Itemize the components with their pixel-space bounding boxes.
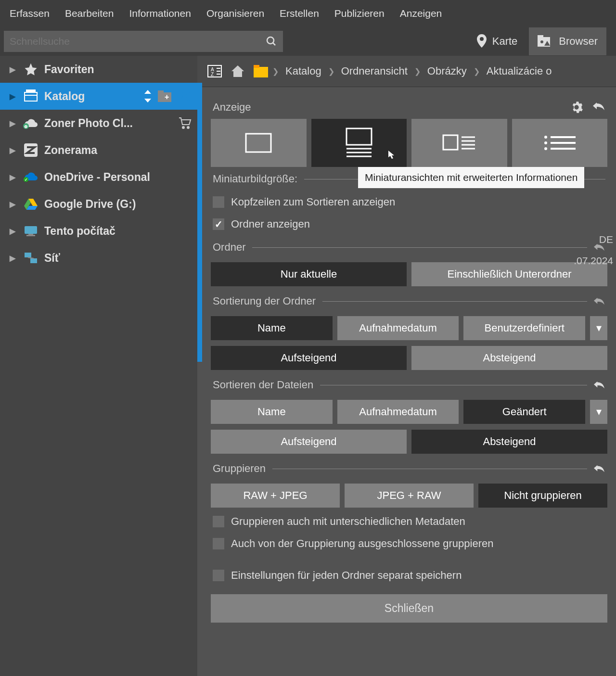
show-folders-row[interactable]: Ordner anzeigen <box>211 213 607 235</box>
svg-rect-22 <box>30 258 37 263</box>
sort-icon[interactable] <box>143 90 152 102</box>
breadcrumb-katalog[interactable]: Katalog <box>279 65 328 77</box>
breadcrumb-aktualizacie[interactable]: Aktualizácie o <box>480 65 559 77</box>
folder-icon[interactable] <box>252 63 270 80</box>
breadcrumb-obrazky[interactable]: Obrázky <box>421 65 474 77</box>
undo-icon[interactable] <box>593 380 605 390</box>
section-sort-dateien: Sortieren der Dateien <box>211 373 607 397</box>
btn-name[interactable]: Name <box>211 400 333 424</box>
view-mode-thumbnails[interactable] <box>211 119 307 167</box>
svg-text:Z: Z <box>211 72 214 77</box>
az-sort-icon[interactable]: AZ <box>206 63 223 80</box>
sidebar-item-label: Favoriten <box>44 63 94 76</box>
expand-icon[interactable]: ▶ <box>10 254 17 263</box>
sidebar-item-gdrive[interactable]: ▶ Google Drive (G:) <box>0 191 197 217</box>
checkbox[interactable] <box>213 570 224 581</box>
btn-raw-jpeg[interactable]: RAW + JPEG <box>211 484 340 508</box>
sidebar-item-zonerama[interactable]: ▶ Zonerama <box>0 137 197 164</box>
breadcrumb-ordneransicht[interactable]: Ordneransicht <box>334 65 414 77</box>
gear-icon[interactable] <box>570 101 583 114</box>
btn-nicht-gruppieren[interactable]: Nicht gruppieren <box>478 484 607 508</box>
svg-rect-33 <box>346 128 372 145</box>
svg-point-44 <box>544 141 547 144</box>
sidebar-item-onedrive[interactable]: ▶ ✓ OneDrive - Personal <box>0 164 197 191</box>
undo-icon[interactable] <box>593 296 605 306</box>
btn-benutzerdefiniert[interactable]: Benutzerdefiniert <box>463 316 585 340</box>
sidebar-item-favoriten[interactable]: ▶ Favoriten <box>0 56 197 83</box>
top-row: Karte Browser <box>0 27 616 56</box>
menu-publizieren[interactable]: Publizieren <box>327 3 392 24</box>
svg-point-42 <box>544 136 547 139</box>
expand-icon[interactable]: ▶ <box>10 92 17 101</box>
view-mode-thumbs-extended[interactable] <box>311 119 407 167</box>
btn-name[interactable]: Name <box>211 316 333 340</box>
expand-icon[interactable]: ▶ <box>10 173 17 182</box>
menu-bearbeiten[interactable]: Bearbeiten <box>57 3 122 24</box>
svg-rect-7 <box>26 89 35 92</box>
btn-jpeg-raw[interactable]: JPEG + RAW <box>345 484 474 508</box>
view-mode-details[interactable] <box>512 119 608 167</box>
svg-rect-45 <box>551 142 576 144</box>
checkbox[interactable] <box>213 218 224 230</box>
expand-icon[interactable]: ▶ <box>10 200 17 209</box>
btn-nur-aktuelle[interactable]: Nur aktuelle <box>211 262 407 286</box>
btn-geaendert[interactable]: Geändert <box>463 400 585 424</box>
cursor-icon <box>388 151 395 159</box>
menu-organisieren[interactable]: Organisieren <box>199 3 272 24</box>
expand-icon[interactable]: ▶ <box>10 146 17 155</box>
checkbox-label: Auch von der Gruppierung ausgeschlossene… <box>231 537 493 550</box>
sidebar-item-network[interactable]: ▶ Síť <box>0 244 197 271</box>
divider <box>322 301 587 302</box>
btn-absteigend[interactable]: Absteigend <box>411 346 607 370</box>
search-icon[interactable] <box>266 36 277 47</box>
gear-icon[interactable] <box>178 89 192 103</box>
btn-aufnahmedatum[interactable]: Aufnahmedatum <box>337 400 459 424</box>
sidebar-item-label: Tento počítač <box>44 225 116 238</box>
browser-button[interactable]: Browser <box>529 27 606 55</box>
expand-icon[interactable]: ▶ <box>10 119 17 128</box>
undo-icon[interactable] <box>593 463 605 474</box>
show-headers-row[interactable]: Kopfzeilen zum Sortieren anzeigen <box>211 191 607 213</box>
cart-icon[interactable] <box>178 117 192 129</box>
search-input[interactable] <box>10 36 277 47</box>
menu-informationen[interactable]: Informationen <box>121 3 198 24</box>
search-box[interactable] <box>4 31 283 52</box>
group-excluded-row[interactable]: Auch von der Gruppierung ausgeschlossene… <box>211 533 607 555</box>
karte-button[interactable]: Karte <box>476 34 518 49</box>
sidebar-item-label: OneDrive - Personal <box>44 171 150 184</box>
home-icon[interactable] <box>229 63 246 80</box>
checkbox[interactable] <box>213 538 224 549</box>
btn-aufsteigend[interactable]: Aufsteigend <box>211 346 407 370</box>
svg-text:+: + <box>165 93 169 101</box>
catalog-icon <box>23 89 38 104</box>
btn-aufnahmedatum[interactable]: Aufnahmedatum <box>337 316 459 340</box>
menu-erfassen[interactable]: Erfassen <box>2 3 57 24</box>
btn-more-dropdown[interactable]: ▾ <box>590 400 607 424</box>
btn-absteigend[interactable]: Absteigend <box>411 430 607 454</box>
dateien-sort-order-row: Aufsteigend Absteigend <box>211 427 607 457</box>
close-button[interactable]: Schließen <box>211 594 607 623</box>
expand-icon[interactable]: ▶ <box>10 227 17 236</box>
btn-more-dropdown[interactable]: ▾ <box>590 316 607 340</box>
top-right: Karte Browser <box>476 27 612 55</box>
sidebar-item-zoner-cloud[interactable]: ▶ ⊕ Zoner Photo Cl... <box>0 110 197 137</box>
undo-icon[interactable] <box>592 101 605 114</box>
zonerama-icon <box>23 142 38 158</box>
menu-erstellen[interactable]: Erstellen <box>272 3 327 24</box>
new-folder-icon[interactable]: + <box>158 90 172 102</box>
menu-anzeigen[interactable]: Anzeigen <box>392 3 450 24</box>
checkbox-label: Einstellungen für jeden Ordner separat s… <box>231 569 462 582</box>
checkbox[interactable] <box>213 196 224 208</box>
btn-aufsteigend[interactable]: Aufsteigend <box>211 430 407 454</box>
per-folder-row[interactable]: Einstellungen für jeden Ordner separat s… <box>211 564 607 587</box>
sidebar-item-computer[interactable]: ▶ Tento počítač <box>0 217 197 244</box>
svg-point-14 <box>187 127 189 128</box>
sidebar-item-katalog[interactable]: ▶ Katalog + <box>0 83 197 110</box>
expand-icon[interactable]: ▶ <box>10 65 17 74</box>
group-meta-row[interactable]: Gruppieren auch mit unterschiedlichen Me… <box>211 510 607 533</box>
checkbox[interactable] <box>213 516 224 527</box>
thumb-size-label: Miniaturbildgröße: <box>213 173 297 185</box>
gruppieren-row: RAW + JPEG JPEG + RAW Nicht gruppieren <box>211 481 607 510</box>
view-mode-tiles[interactable] <box>411 119 507 167</box>
lang-label: DE <box>574 234 613 245</box>
